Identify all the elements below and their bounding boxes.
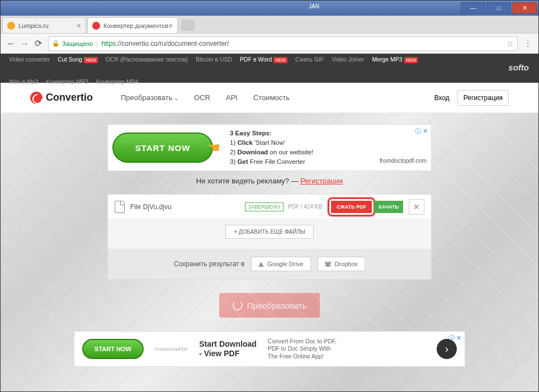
url-protocol: https [101,40,116,48]
main-nav: Преобразовать OCR API Стоимость [121,93,290,102]
favicon-icon [7,22,15,30]
logo-icon [30,92,42,104]
url-input[interactable]: 🔒 Защищено | https ://convertio.co/ru/do… [48,36,518,51]
close-icon[interactable]: × [77,21,81,30]
window-close[interactable]: ✕ [512,2,537,13]
browser-menu[interactable]: ⋮ [521,38,535,49]
auth-controls: Вход Регистрация [434,90,509,106]
tab-title: Конвертер документов [103,22,168,29]
toolbar-link[interactable]: Конвертер MP3 [46,78,88,85]
register-button[interactable]: Регистрация [457,90,509,106]
save-to-row: Сохранить результат в Google Drive Dropb… [108,249,431,279]
no-ads-prompt: Не хотите видеть рекламу? — Регистрация [0,177,539,185]
toolbar-link[interactable]: Wav в Mp3 [9,78,38,85]
toolbar-link[interactable]: OCR (Распознавание текстов) [106,56,188,63]
tab-title: Lumpics.ru [18,22,49,29]
ad-startnow-button[interactable]: START NOW [82,339,144,359]
gdrive-icon [258,262,264,267]
ad-banner-top[interactable]: ⓘ ✕ START NOW ☚ 3 Easy Steps: 1) Click '… [107,124,432,171]
file-icon [115,201,125,213]
ad-banner-bottom[interactable]: ⓘ ✕ START NOW FromDOCtoPDF Start Downloa… [74,331,465,367]
toolbar-link[interactable]: Bitcoin в USD [196,56,232,63]
ad-domain: fromdoctopdf.com [380,157,427,164]
favicon-icon [92,22,100,30]
add-more-files-button[interactable]: ДОБАВИТЬ ЕЩЕ ФАЙЛЫ [225,225,314,239]
toolbar-link[interactable]: Merge MP3NEW [372,56,418,63]
window-maximize[interactable]: □ [486,2,511,13]
window-minimize[interactable]: — [461,2,485,13]
bookmark-icon[interactable]: ☆ [507,39,514,48]
save-to-label: Сохранить результат в [174,260,244,268]
forward-button[interactable]: → [18,37,31,50]
ad-title: Start Download- View PDF [199,339,257,358]
ad-startnow-button[interactable]: START NOW [112,133,213,163]
new-badge: NEW [84,57,98,63]
browser-tabstrip: Lumpics.ru × Конвертер документов × [0,16,539,34]
window-titlebar: JAN — □ ✕ [0,0,539,16]
dropbox-icon [325,261,332,267]
softo-logo: softo [508,63,529,72]
google-drive-button[interactable]: Google Drive [251,257,310,271]
adchoices-icon[interactable]: ⓘ ✕ [448,334,461,342]
file-panel: File DjVu.djvu ЗАВЕРШЕНО PDF / 414 KB СЖ… [107,194,432,280]
cursor-icon: ☚ [207,139,224,156]
lock-icon: 🔒 [52,40,60,47]
toolbar-link[interactable]: Конвертер MP4 [96,78,139,85]
site-header: Convertio Преобразовать OCR API Стоимост… [0,83,539,113]
window-label: JAN [309,3,319,10]
new-tab-button[interactable] [181,20,195,31]
close-icon[interactable]: × [168,21,173,30]
file-meta: PDF / 414 KB [288,204,322,210]
register-link[interactable]: Регистрация [300,177,343,185]
reload-button[interactable]: ⟳ [31,37,45,50]
convertio-logo[interactable]: Convertio [30,92,93,104]
ad-description: Convert From Doc to PDF,PDF to Doc Simpl… [268,338,337,361]
file-name: File DjVu.djvu [130,203,172,211]
adchoices-icon[interactable]: ⓘ ✕ [415,127,428,135]
toolbar-link[interactable]: Сжать GIF [295,56,324,63]
main-content: ⓘ ✕ START NOW ☚ 3 Easy Steps: 1) Click '… [0,113,539,392]
toolbar-link[interactable]: Cut SongNEW [58,56,97,63]
toolbar-link[interactable]: Video Joiner [332,56,364,63]
new-badge: NEW [273,57,287,63]
secure-label: Защищено [62,40,93,47]
status-badge: ЗАВЕРШЕНО [245,202,283,211]
highlight-frame: СЖАТЬ PDF [328,197,375,216]
tab-lumpics[interactable]: Lumpics.ru × [2,17,86,33]
new-badge: NEW [404,57,418,63]
download-button[interactable]: КАЧАТЬ [374,201,403,213]
ad-mini-logo: FromDOCtoPDF [155,347,188,352]
ad-text: 3 Easy Steps: 1) Click 'Start Now' 2) Do… [230,129,314,167]
back-button[interactable]: ← [4,37,18,50]
nav-pricing[interactable]: Стоимость [253,93,290,102]
remove-file-button[interactable]: ✕ [409,199,424,215]
site-toolbar: Video converter Cut SongNEW OCR (Распозн… [0,54,539,83]
dropbox-button[interactable]: Dropbox [318,257,366,271]
compress-pdf-button[interactable]: СЖАТЬ PDF [331,201,372,213]
nav-convert[interactable]: Преобразовать [121,93,178,102]
add-more-row: ДОБАВИТЬ ЕЩЕ ФАЙЛЫ [108,219,431,244]
file-row: File DjVu.djvu ЗАВЕРШЕНО PDF / 414 KB СЖ… [108,195,431,219]
url-path: ://convertio.co/ru/document-converter/ [116,40,229,48]
tab-convertio[interactable]: Конвертер документов × [87,17,178,33]
address-bar: ← → ⟳ 🔒 Защищено | https ://convertio.co… [0,34,539,54]
nav-ocr[interactable]: OCR [194,93,210,102]
toolbar-link[interactable]: PDF в WordNEW [240,56,287,63]
nav-api[interactable]: API [226,93,238,102]
toolbar-link[interactable]: Video converter [9,56,50,63]
login-link[interactable]: Вход [434,94,450,102]
